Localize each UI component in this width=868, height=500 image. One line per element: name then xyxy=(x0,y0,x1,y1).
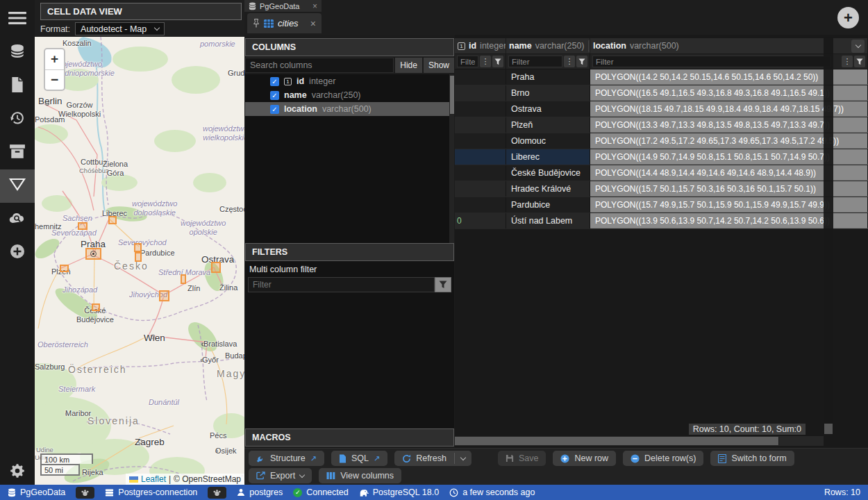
map-polygon-marker[interactable] xyxy=(92,303,100,311)
cell-id[interactable] xyxy=(455,181,506,197)
close-icon[interactable]: × xyxy=(312,1,317,11)
sidebar-item-filter-triangle[interactable] xyxy=(0,169,35,203)
map-polygon-marker[interactable] xyxy=(211,262,221,273)
cell-name[interactable]: Olomouc xyxy=(506,133,590,149)
connection-tab[interactable]: PgGeoData × xyxy=(244,0,322,12)
cell-name[interactable]: Ústí nad Labem xyxy=(506,213,590,228)
refresh-dropdown-button[interactable] xyxy=(455,451,471,466)
new-tab-button[interactable]: + xyxy=(837,7,859,28)
cell-name[interactable]: Ostrava xyxy=(506,101,590,117)
map-polygon-marker[interactable] xyxy=(134,243,142,252)
cell-id[interactable] xyxy=(455,69,506,85)
close-icon[interactable]: × xyxy=(310,18,316,29)
cell-name[interactable]: Liberec xyxy=(506,149,590,165)
table-row[interactable]: OstravaPOLYGON((18.15 49.7,18.15 49.9,18… xyxy=(455,101,868,117)
multi-column-filter-input[interactable] xyxy=(248,277,435,292)
cell-id[interactable] xyxy=(455,197,506,212)
map-polygon-marker[interactable] xyxy=(78,222,87,230)
cell-name[interactable]: Brno xyxy=(506,85,590,101)
table-row[interactable]: OlomoucPOLYGON((17.2 49.5,17.2 49.65,17.… xyxy=(455,133,868,149)
filter-menu-button[interactable]: ⋮ xyxy=(842,56,853,67)
export-button[interactable]: Export xyxy=(249,468,312,483)
table-row[interactable]: PardubicePOLYGON((15.7 49.9,15.7 50.1,15… xyxy=(455,197,868,213)
cell-name[interactable]: Praha xyxy=(506,69,590,85)
filter-menu-button[interactable]: ⋮ xyxy=(480,56,491,67)
sidebar-item-menu[interactable] xyxy=(0,3,35,36)
cell-id[interactable] xyxy=(455,117,506,133)
zoom-out-button[interactable]: − xyxy=(45,69,64,90)
checkbox-checked[interactable]: ✓ xyxy=(270,105,279,114)
table-row[interactable]: 0Ústí nad LabemPOLYGON((13.9 50.6,13.9 5… xyxy=(455,213,868,229)
refresh-button[interactable]: Refresh xyxy=(394,451,454,466)
leaflet-map[interactable]: Koszalinpomorskiewojewództwo zachodniopo… xyxy=(35,37,244,485)
view-columns-button[interactable]: View columns xyxy=(319,468,401,483)
sidebar-item-database[interactable] xyxy=(0,36,35,69)
horizontal-scrollbar[interactable] xyxy=(455,436,824,446)
columns-scrollbar[interactable] xyxy=(449,74,454,243)
switch-to-form-button[interactable]: Switch to form xyxy=(710,451,794,466)
map-polygon-marker[interactable] xyxy=(135,252,142,262)
sidebar-item-file[interactable] xyxy=(0,69,35,103)
filter-input-name[interactable] xyxy=(508,56,562,67)
statusbar-last-refresh[interactable]: a few seconds ago xyxy=(449,488,535,497)
cell-name[interactable]: Pardubice xyxy=(506,197,590,212)
table-row[interactable]: České BudějovicePOLYGON((14.4 48.9,14.4 … xyxy=(455,165,868,181)
map-polygon-marker[interactable] xyxy=(108,216,117,224)
filter-apply-button[interactable] xyxy=(854,56,865,67)
new-row-button[interactable]: New row xyxy=(553,451,616,466)
format-select[interactable]: Autodetect - Map xyxy=(75,22,165,35)
cell-name[interactable]: Plzeň xyxy=(506,117,590,133)
table-row[interactable]: PrahaPOLYGON((14.2 50,14.2 50.15,14.6 50… xyxy=(455,69,868,85)
column-list-item-id[interactable]: ✓1idinteger xyxy=(245,74,454,88)
column-header-name[interactable]: name varchar(250) xyxy=(506,38,590,53)
cell-id[interactable] xyxy=(455,101,506,117)
cell-id[interactable]: 0 xyxy=(455,213,506,228)
statusbar-app[interactable]: PgGeoData xyxy=(8,488,65,497)
table-row[interactable]: LiberecPOLYGON((14.9 50.7,14.9 50.8,15.1… xyxy=(455,149,868,165)
filter-input-location[interactable] xyxy=(592,56,831,67)
filter-input-id[interactable] xyxy=(457,56,478,67)
map-polygon-marker[interactable] xyxy=(181,274,186,284)
column-menu-button[interactable] xyxy=(851,40,865,53)
sql-button[interactable]: SQL ↗ xyxy=(331,451,387,466)
apply-filter-button[interactable] xyxy=(435,277,451,292)
table-row[interactable]: BrnoPOLYGON((16.5 49.1,16.5 49.3,16.8 49… xyxy=(455,85,868,101)
zoom-in-button[interactable]: + xyxy=(45,49,64,69)
map-polygon-marker[interactable] xyxy=(85,248,101,260)
checkbox-checked[interactable]: ✓ xyxy=(270,91,279,100)
map-polygon-marker[interactable] xyxy=(60,265,69,272)
cell-id[interactable] xyxy=(455,85,506,101)
show-columns-button[interactable]: Show xyxy=(424,58,454,73)
filter-menu-button[interactable]: ⋮ xyxy=(564,56,575,67)
filter-apply-button[interactable] xyxy=(492,56,503,67)
map-polygon-marker[interactable] xyxy=(159,290,169,301)
column-header-id[interactable]: 1 id integer xyxy=(455,38,506,53)
checkbox-checked[interactable]: ✓ xyxy=(270,77,279,86)
column-list-item-name[interactable]: ✓namevarchar(250) xyxy=(245,88,454,102)
search-columns-input[interactable] xyxy=(245,58,394,73)
cell-name[interactable]: Hradec Králové xyxy=(506,181,590,197)
statusbar-connection[interactable]: Postgres-connection xyxy=(105,488,197,497)
cell-name[interactable]: České Budějovice xyxy=(506,165,590,181)
vertical-scrollbar[interactable] xyxy=(824,37,833,435)
workspace-badge[interactable] xyxy=(76,487,94,499)
sidebar-item-cloud-search[interactable] xyxy=(0,203,35,236)
table-row[interactable]: Hradec KrálovéPOLYGON((15.7 50.1,15.7 50… xyxy=(455,181,868,197)
sidebar-item-history[interactable] xyxy=(0,103,35,136)
osm-link[interactable]: © OpenStreetMap xyxy=(174,474,241,484)
settings-button[interactable] xyxy=(0,462,35,479)
cities-table-tab[interactable]: cities × xyxy=(247,13,322,33)
sidebar-item-archive[interactable] xyxy=(0,136,35,169)
delete-rows-button[interactable]: Delete row(s) xyxy=(623,451,703,466)
column-list-item-location[interactable]: ✓locationvarchar(500) xyxy=(245,102,454,116)
save-button[interactable]: Save xyxy=(498,451,546,466)
cell-id[interactable] xyxy=(455,165,506,181)
cell-id[interactable] xyxy=(455,149,506,165)
connection-badge[interactable] xyxy=(208,487,226,499)
leaflet-link[interactable]: Leaflet xyxy=(141,474,166,484)
sidebar-item-add-circle[interactable] xyxy=(0,236,35,269)
table-row[interactable]: PlzeňPOLYGON((13.3 49.7,13.3 49.8,13.5 4… xyxy=(455,117,868,133)
hide-columns-button[interactable]: Hide xyxy=(395,58,422,73)
cell-id[interactable] xyxy=(455,133,506,149)
filter-apply-button[interactable] xyxy=(576,56,587,67)
